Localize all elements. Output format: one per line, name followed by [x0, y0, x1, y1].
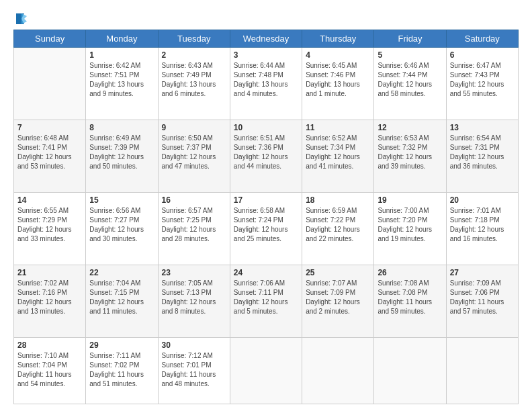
calendar-cell	[230, 337, 302, 404]
day-info-line: Sunset: 7:46 PM	[306, 71, 355, 79]
day-number: 28	[17, 340, 82, 350]
day-info-line: Daylight: 12 hours	[89, 226, 144, 233]
day-number: 4	[306, 50, 370, 60]
day-info-line: Sunrise: 6:57 AM	[162, 207, 213, 214]
day-number: 5	[378, 50, 442, 60]
calendar-cell: 8Sunrise: 6:49 AMSunset: 7:39 PMDaylight…	[86, 120, 158, 192]
day-info-line: Sunrise: 6:56 AM	[89, 207, 140, 214]
logo-flag-icon	[15, 12, 28, 26]
day-info-line: Daylight: 12 hours	[378, 153, 432, 161]
calendar-cell: 24Sunrise: 7:06 AMSunset: 7:11 PMDayligh…	[230, 265, 302, 337]
day-info-line: and 11 minutes.	[89, 308, 137, 315]
day-info-line: Daylight: 13 hours	[89, 81, 144, 88]
calendar: SundayMondayTuesdayWednesdayThursdayFrid…	[13, 30, 519, 404]
day-info-line: Sunset: 7:06 PM	[450, 289, 500, 296]
day-info-line: Sunrise: 7:11 AM	[89, 352, 140, 359]
calendar-cell: 3Sunrise: 6:44 AMSunset: 7:48 PMDaylight…	[230, 48, 302, 120]
day-info-line: Sunset: 7:49 PM	[162, 71, 212, 79]
day-info-line: Sunrise: 7:12 AM	[162, 352, 213, 359]
day-info: Sunrise: 7:06 AMSunset: 7:11 PMDaylight:…	[234, 279, 298, 316]
day-info-line: Sunrise: 6:52 AM	[306, 134, 357, 142]
day-info-line: Sunrise: 6:55 AM	[17, 207, 69, 214]
header	[13, 12, 519, 23]
day-info-line: Sunset: 7:44 PM	[378, 71, 427, 79]
weekday-header: Monday	[86, 30, 158, 48]
day-number: 26	[378, 268, 442, 277]
day-info-line: Sunrise: 6:43 AM	[162, 62, 213, 69]
day-info-line: and 47 minutes.	[162, 163, 210, 170]
calendar-cell: 12Sunrise: 6:53 AMSunset: 7:32 PMDayligh…	[374, 120, 446, 192]
calendar-cell: 15Sunrise: 6:56 AMSunset: 7:27 PMDayligh…	[86, 192, 158, 265]
day-number: 30	[162, 340, 226, 350]
calendar-cell: 9Sunrise: 6:50 AMSunset: 7:37 PMDaylight…	[158, 120, 230, 192]
day-info-line: and 19 minutes.	[378, 235, 425, 242]
day-number: 17	[234, 195, 298, 205]
day-info-line: Sunrise: 6:51 AM	[234, 134, 285, 142]
day-number: 29	[89, 340, 154, 350]
day-info-line: Sunset: 7:18 PM	[450, 216, 500, 224]
day-info-line: Sunrise: 6:58 AM	[234, 207, 285, 214]
day-info: Sunrise: 7:05 AMSunset: 7:13 PMDaylight:…	[162, 279, 226, 316]
day-info: Sunrise: 6:46 AMSunset: 7:44 PMDaylight:…	[378, 61, 442, 99]
day-info-line: Sunrise: 7:04 AM	[89, 279, 140, 287]
day-number: 23	[162, 268, 226, 277]
day-info: Sunrise: 7:00 AMSunset: 7:20 PMDaylight:…	[378, 206, 442, 244]
day-info-line: and 9 minutes.	[89, 90, 134, 97]
day-info-line: Daylight: 12 hours	[450, 81, 504, 88]
day-info: Sunrise: 6:44 AMSunset: 7:48 PMDaylight:…	[234, 61, 298, 99]
day-info-line: Daylight: 13 hours	[162, 81, 216, 88]
day-info-line: Sunset: 7:11 PM	[234, 289, 283, 296]
day-info-line: Sunset: 7:04 PM	[17, 361, 67, 369]
day-info-line: Sunset: 7:36 PM	[234, 144, 283, 151]
day-info-line: Sunset: 7:39 PM	[89, 144, 139, 151]
day-info-line: and 39 minutes.	[378, 163, 425, 170]
day-info-line: Sunset: 7:41 PM	[17, 144, 67, 151]
day-number: 6	[450, 50, 515, 60]
day-number: 2	[162, 50, 226, 60]
calendar-cell: 10Sunrise: 6:51 AMSunset: 7:36 PMDayligh…	[230, 120, 302, 192]
day-info-line: Sunset: 7:02 PM	[89, 361, 139, 369]
day-info-line: Sunrise: 7:09 AM	[450, 279, 501, 287]
day-info-line: Sunrise: 6:47 AM	[450, 62, 501, 69]
day-info-line: Daylight: 12 hours	[17, 153, 72, 161]
calendar-cell: 25Sunrise: 7:07 AMSunset: 7:09 PMDayligh…	[302, 265, 374, 337]
day-info-line: Sunrise: 6:46 AM	[378, 62, 429, 69]
calendar-cell: 23Sunrise: 7:05 AMSunset: 7:13 PMDayligh…	[158, 265, 230, 337]
day-info-line: Sunset: 7:43 PM	[450, 71, 500, 79]
day-info-line: Sunrise: 7:05 AM	[162, 279, 213, 287]
day-info: Sunrise: 6:59 AMSunset: 7:22 PMDaylight:…	[306, 206, 370, 244]
day-info-line: Sunrise: 7:02 AM	[17, 279, 69, 287]
calendar-cell: 1Sunrise: 6:42 AMSunset: 7:51 PMDaylight…	[86, 48, 158, 120]
day-info-line: and 13 minutes.	[17, 308, 65, 315]
day-info-line: Sunset: 7:31 PM	[450, 144, 500, 151]
day-info-line: Sunrise: 6:54 AM	[450, 134, 501, 142]
calendar-cell: 30Sunrise: 7:12 AMSunset: 7:01 PMDayligh…	[158, 337, 230, 404]
day-info-line: Sunset: 7:13 PM	[162, 289, 212, 296]
calendar-cell: 7Sunrise: 6:48 AMSunset: 7:41 PMDaylight…	[14, 120, 86, 192]
day-info-line: and 5 minutes.	[234, 308, 278, 315]
calendar-cell: 6Sunrise: 6:47 AMSunset: 7:43 PMDaylight…	[446, 48, 518, 120]
day-info-line: Sunset: 7:34 PM	[306, 144, 355, 151]
calendar-cell: 21Sunrise: 7:02 AMSunset: 7:16 PMDayligh…	[14, 265, 86, 337]
day-info: Sunrise: 6:47 AMSunset: 7:43 PMDaylight:…	[450, 61, 515, 99]
weekday-header: Sunday	[14, 30, 86, 48]
day-number: 10	[234, 123, 298, 132]
day-info-line: Daylight: 13 hours	[306, 81, 360, 88]
calendar-cell: 18Sunrise: 6:59 AMSunset: 7:22 PMDayligh…	[302, 192, 374, 265]
day-info-line: Sunset: 7:27 PM	[89, 216, 139, 224]
day-number: 21	[17, 268, 82, 277]
day-info-line: and 33 minutes.	[17, 235, 65, 242]
day-info-line: Daylight: 12 hours	[450, 153, 504, 161]
day-info: Sunrise: 7:08 AMSunset: 7:08 PMDaylight:…	[378, 279, 442, 316]
calendar-cell: 27Sunrise: 7:09 AMSunset: 7:06 PMDayligh…	[446, 265, 518, 337]
day-info-line: Sunset: 7:51 PM	[89, 71, 139, 79]
day-info-line: and 25 minutes.	[234, 235, 281, 242]
day-info-line: and 30 minutes.	[89, 235, 137, 242]
day-info-line: Sunrise: 7:07 AM	[306, 279, 357, 287]
calendar-cell: 16Sunrise: 6:57 AMSunset: 7:25 PMDayligh…	[158, 192, 230, 265]
day-info-line: and 36 minutes.	[450, 163, 498, 170]
calendar-cell: 22Sunrise: 7:04 AMSunset: 7:15 PMDayligh…	[86, 265, 158, 337]
day-info: Sunrise: 6:52 AMSunset: 7:34 PMDaylight:…	[306, 134, 370, 171]
day-info: Sunrise: 6:49 AMSunset: 7:39 PMDaylight:…	[89, 134, 154, 171]
day-info: Sunrise: 6:48 AMSunset: 7:41 PMDaylight:…	[17, 134, 82, 171]
